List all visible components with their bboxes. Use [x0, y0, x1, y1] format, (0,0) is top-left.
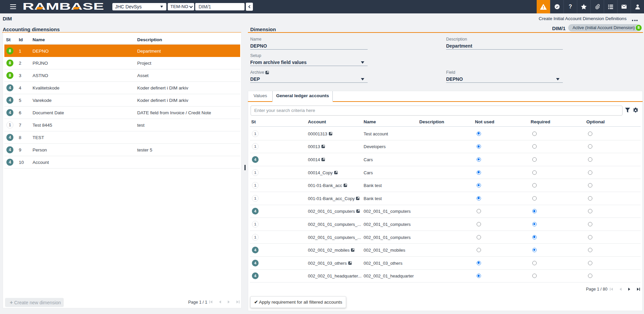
svg-text:RAMBASE: RAMBASE	[22, 2, 104, 12]
